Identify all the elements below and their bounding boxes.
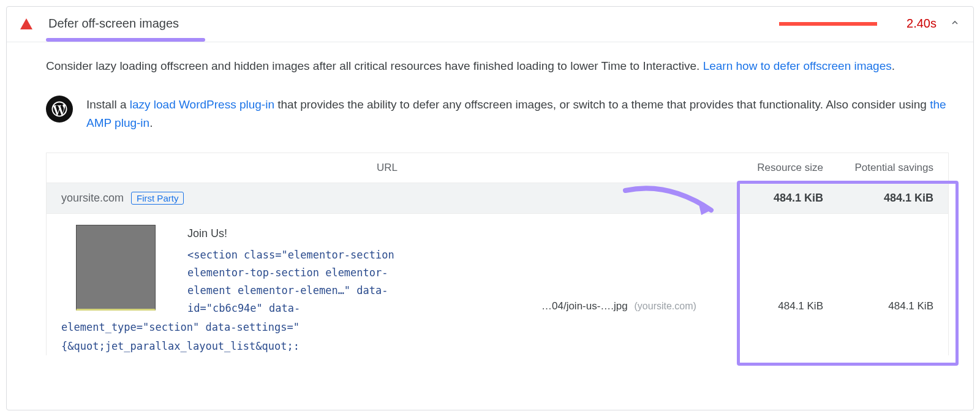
sparkline-bar <box>779 22 877 26</box>
audit-header[interactable]: Defer off-screen images 2.40s <box>7 7 973 42</box>
image-thumbnail <box>76 225 156 311</box>
audit-panel: Defer off-screen images 2.40s Consider l… <box>6 6 974 410</box>
stack-t3: . <box>149 116 153 129</box>
audit-description: Consider lazy loading offscreen and hidd… <box>46 57 949 75</box>
item-url-host: (yoursite.com) <box>635 301 696 311</box>
opportunity-table: URL Resource size Potential savings your… <box>46 153 949 355</box>
col-header-url: URL <box>61 162 713 174</box>
lazy-load-plugin-link[interactable]: lazy load WordPress plug-in <box>130 98 274 111</box>
audit-time: 2.40s <box>907 17 937 31</box>
stack-pack-text: Install a lazy load WordPress plug-in th… <box>86 96 949 132</box>
item-potential-savings: 484.1 KiB <box>823 300 933 312</box>
item-url[interactable]: …04/join-us-….jpg (yoursite.com) <box>541 300 713 312</box>
audit-body: Consider lazy loading offscreen and hidd… <box>7 42 973 355</box>
col-header-resource-size: Resource size <box>713 162 823 174</box>
item-resource-size: 484.1 KiB <box>713 300 823 312</box>
item-url-text: …04/join-us-….jpg <box>541 300 628 312</box>
item-code-overflow: element_type="section" data-settings=" <box>61 319 948 336</box>
chevron-up-icon[interactable] <box>950 18 960 30</box>
group-row: yoursite.com First Party 484.1 KiB 484.1… <box>47 183 948 214</box>
group-resource-size: 484.1 KiB <box>713 192 823 205</box>
learn-more-link[interactable]: Learn how to defer offscreen images <box>703 59 892 72</box>
table-header-row: URL Resource size Potential savings <box>47 153 948 183</box>
item-code-line: id="cb6c94e" data- <box>187 300 541 317</box>
stack-t2: that provides the ability to defer any o… <box>274 98 930 111</box>
stack-t1: Install a <box>86 98 130 111</box>
item-label: Join Us! <box>187 227 541 240</box>
warning-triangle-icon <box>20 18 32 29</box>
stack-pack-row: Install a lazy load WordPress plug-in th… <box>46 96 949 132</box>
table-row: Join Us! <section class="elementor-secti… <box>47 214 948 317</box>
first-party-badge: First Party <box>131 192 184 205</box>
group-potential-savings: 484.1 KiB <box>823 192 933 205</box>
item-code-overflow: {&quot;jet_parallax_layout_list&quot;: <box>61 338 948 355</box>
annotation-underline <box>46 38 205 42</box>
audit-title: Defer off-screen images <box>48 17 179 30</box>
wordpress-icon <box>46 96 73 123</box>
item-code-line: <section class="elementor-section <box>187 246 541 264</box>
desc-period: . <box>892 59 895 72</box>
item-code-line: element elementor-elemen…" data- <box>187 282 541 300</box>
item-code-line: elementor-top-section elementor- <box>187 264 541 282</box>
col-header-potential-savings: Potential savings <box>823 162 933 174</box>
desc-text: Consider lazy loading offscreen and hidd… <box>46 59 703 72</box>
group-host: yoursite.com <box>61 192 124 205</box>
